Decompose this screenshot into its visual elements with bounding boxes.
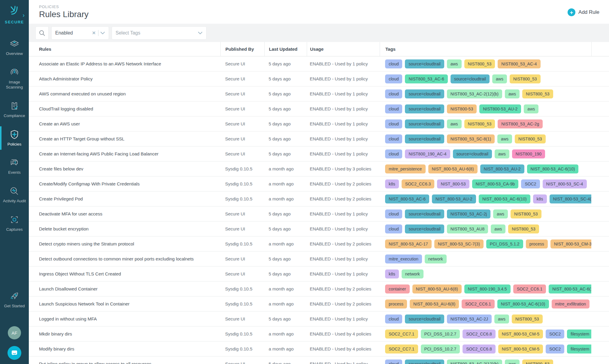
table-row[interactable]: Create Privileged PodSysdig 0.10.5a mont… <box>29 191 609 206</box>
tag-chip[interactable]: NIST800_53 <box>464 59 495 68</box>
tag-chip[interactable]: NIST800_53 <box>511 209 541 218</box>
tag-chip[interactable]: NIST800_53 <box>522 359 553 364</box>
sidebar-item-get-started[interactable]: Get Started <box>0 287 29 312</box>
tag-chip[interactable]: network <box>425 254 447 263</box>
chevron-down-icon[interactable] <box>198 32 203 35</box>
tag-chip[interactable]: NIST_800-53_AU-6(8) <box>410 299 459 308</box>
table-row[interactable]: Create an Internet-facing AWS Public Fac… <box>29 146 609 161</box>
tag-chip[interactable]: NIST_800-53_CM-5 <box>498 329 543 338</box>
tag-chip[interactable]: cloud <box>385 59 402 68</box>
tag-chip[interactable]: NIST800_190_AC-4 <box>405 149 450 158</box>
tag-chip[interactable]: NIST_800-53_AC-6(10) <box>549 284 591 293</box>
tag-chip[interactable]: NIST_800-53 <box>437 179 469 188</box>
tag-chip[interactable]: NIST_800-53_AC-6 <box>385 194 429 203</box>
tag-chip[interactable]: cloud <box>385 134 402 143</box>
tag-chip[interactable]: source=cloudtrail <box>405 104 444 113</box>
tag-chip[interactable]: NIST800_53_AU8 <box>447 224 488 233</box>
tag-chip[interactable]: NIST800_53_AC-4 <box>498 59 540 68</box>
sysdig-logo-icon[interactable] <box>7 4 22 19</box>
table-row[interactable]: Ingress Object Without TLS Cert CreatedS… <box>29 266 609 281</box>
tag-chip[interactable]: NIST800_53 <box>515 134 546 143</box>
tag-chip[interactable]: NIST_800-53_AC-6(10) <box>479 194 530 203</box>
tag-chip[interactable]: source=cloudtrail <box>405 314 444 323</box>
table-row[interactable]: Delete bucket encryptionSecure UI5 days … <box>29 221 609 236</box>
table-row[interactable]: AWS command executed on unused regionSec… <box>29 86 609 101</box>
tag-chip[interactable]: aws <box>524 104 538 113</box>
tag-chip[interactable]: source=cloudtrail <box>405 89 444 98</box>
table-row[interactable]: Launch Disallowed ContainerSysdig 0.10.5… <box>29 281 609 296</box>
tag-chip[interactable]: container <box>385 284 410 293</box>
table-row[interactable]: Create files below devSysdig 0.10.5a mon… <box>29 161 609 176</box>
table-row[interactable]: Associate an Elastic IP Address to an AW… <box>29 56 609 71</box>
tag-chip[interactable]: NIST800_53_AC-2J <box>447 314 492 323</box>
tag-chip[interactable]: source=cloudtrail <box>405 359 444 364</box>
table-row[interactable]: Launch Suspicious Network Tool in Contai… <box>29 296 609 311</box>
tag-chip[interactable]: aws <box>493 209 508 218</box>
tag-chip[interactable]: SOC2_CC6.1 <box>462 299 495 308</box>
table-row[interactable]: Logged in without using MFASecure UI5 da… <box>29 311 609 326</box>
tag-chip[interactable]: filesystem <box>567 344 591 353</box>
tag-chip[interactable]: SOC2_CC6.8 <box>463 344 496 353</box>
tag-chip[interactable]: mitre_execution <box>385 254 422 263</box>
tags-filter-select[interactable]: Select Tags <box>112 26 207 40</box>
tag-chip[interactable]: NIST800_53 <box>512 314 543 323</box>
tag-chip[interactable]: k8s <box>385 179 399 188</box>
tag-chip[interactable]: NIST800_53_AC-2j <box>447 209 490 218</box>
tag-chip[interactable]: NIST_800-53_AU-6(8) <box>428 164 478 173</box>
tag-chip[interactable]: cloud <box>385 119 402 128</box>
table-row[interactable]: Create/Modify Configmap With Private Cre… <box>29 176 609 191</box>
tag-chip[interactable]: aws <box>491 224 505 233</box>
tag-chip[interactable]: SOC2_CC7.1 <box>385 329 418 338</box>
search-button[interactable] <box>35 26 49 40</box>
tag-chip[interactable]: NIST_800-53_SC-7(3) <box>434 239 484 248</box>
tag-chip[interactable]: source=cloudtrail <box>405 209 444 218</box>
tag-chip[interactable]: NIST800_53 <box>508 224 539 233</box>
table-row[interactable]: Mkdir binary dirsSysdig 0.10.5a month ag… <box>29 326 609 341</box>
table-row[interactable]: Put inline policy in group to allow acce… <box>29 356 609 364</box>
tag-chip[interactable]: source=cloudtrail <box>405 59 444 68</box>
tag-chip[interactable]: NIST800_53 <box>510 74 541 83</box>
sidebar-item-events[interactable]: Events <box>0 154 29 179</box>
tag-chip[interactable]: NIST800_53_AC-2(12)(b) <box>447 359 502 364</box>
tag-chip[interactable]: NIST800_53_AC-2(12)(b) <box>447 89 502 98</box>
tag-chip[interactable]: k8s <box>533 194 547 203</box>
tag-chip[interactable]: NIST_800-53_AU-2 <box>480 164 524 173</box>
tag-chip[interactable]: cloud <box>385 149 402 158</box>
tag-chip[interactable]: NIST800-53_AU-2 <box>479 104 521 113</box>
tag-chip[interactable]: NIST_800-53_AC-6(10) <box>527 164 579 173</box>
table-row[interactable]: CloudTrail logging disabledSecure UI5 da… <box>29 101 609 116</box>
clear-filter-icon[interactable]: ✕ <box>90 30 98 36</box>
tag-chip[interactable]: NIST_800-53_AC-17 <box>385 239 432 248</box>
tag-chip[interactable]: source=cloudtrail <box>451 74 490 83</box>
tag-chip[interactable]: SOC2_CC6.1 <box>513 284 546 293</box>
tag-chip[interactable]: aws <box>505 89 520 98</box>
tag-chip[interactable]: cloud <box>385 74 402 83</box>
tag-chip[interactable]: cloud <box>385 209 402 218</box>
tag-chip[interactable]: NIST_800-190_3.4.5 <box>464 284 511 293</box>
table-row[interactable]: Detect outbound connections to common mi… <box>29 251 609 266</box>
tag-chip[interactable]: NIST800_53 <box>464 119 495 128</box>
chevron-down-icon[interactable] <box>100 32 105 35</box>
tag-chip[interactable]: NIST_800-53_AC-6(10) <box>497 299 549 308</box>
tag-chip[interactable]: aws <box>494 314 509 323</box>
sidebar-item-overview[interactable]: Overview <box>0 35 29 60</box>
tag-chip[interactable]: aws <box>505 359 520 364</box>
tag-chip[interactable]: NIST_800-53_SC-4(2) <box>550 194 591 203</box>
tag-chip[interactable]: PCI_DSS_10.2.7 <box>421 344 460 353</box>
tag-chip[interactable]: NIST_800-53_CM-3 <box>550 239 591 248</box>
table-row[interactable]: Create an AWS userSecure UI5 days agoENA… <box>29 116 609 131</box>
tag-chip[interactable]: source=cloudtrail <box>453 149 492 158</box>
table-row[interactable]: Modify binary dirsSysdig 0.10.5a month a… <box>29 341 609 356</box>
tag-chip[interactable]: cloud <box>385 89 402 98</box>
sidebar-item-captures[interactable]: Captures <box>0 211 29 236</box>
table-row[interactable]: Attach Administrator PolicySecure UI5 da… <box>29 71 609 86</box>
tag-chip[interactable]: NIST800_53_SC-8(1) <box>447 134 495 143</box>
table-row[interactable]: Create an HTTP Target Group without SSLS… <box>29 131 609 146</box>
status-filter-select[interactable]: Enabled ✕ <box>51 26 109 40</box>
tag-chip[interactable]: NIST_800-53_AU-6(8) <box>412 284 462 293</box>
tag-chip[interactable]: SOC2_CC6.8 <box>463 329 496 338</box>
tag-chip[interactable]: aws <box>447 119 462 128</box>
add-rule-button[interactable]: + Add Rule <box>568 8 599 16</box>
sidebar-expand-chevron-icon[interactable]: › <box>23 12 25 18</box>
sidebar-item-activity-audit[interactable]: Activity Audit <box>0 182 29 207</box>
